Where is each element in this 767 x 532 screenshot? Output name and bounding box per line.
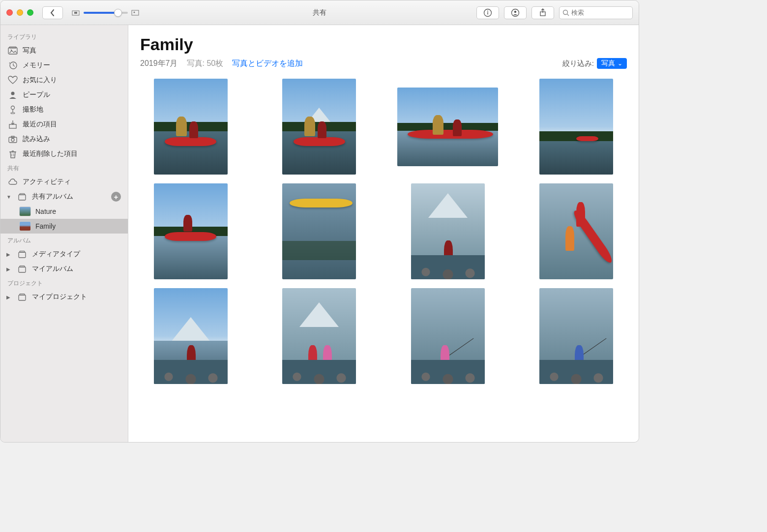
slider-track[interactable] xyxy=(84,12,128,14)
sidebar-item-media-types[interactable]: ▶ メディアタイプ xyxy=(0,247,128,262)
svg-rect-35 xyxy=(20,294,25,296)
back-button[interactable] xyxy=(42,6,63,19)
sidebar-header-albums: アルバム xyxy=(0,234,128,247)
slider-thumb[interactable] xyxy=(114,9,122,17)
photo-grid xyxy=(140,79,627,384)
svg-rect-21 xyxy=(9,137,17,143)
photo-thumbnail[interactable] xyxy=(154,79,228,175)
sidebar-item-label: 最近の項目 xyxy=(23,120,57,129)
sidebar-item-label: 共有アルバム xyxy=(32,192,73,201)
disclosure-triangle-icon[interactable]: ▶ xyxy=(6,252,11,257)
svg-line-11 xyxy=(567,14,569,16)
sidebar-header-projects: プロジェクト xyxy=(0,276,128,290)
photo-thumbnail[interactable] xyxy=(539,288,613,384)
sidebar-item-memories[interactable]: メモリー xyxy=(0,58,128,73)
clock-icon xyxy=(7,60,18,70)
sidebar-album-nature[interactable]: Nature xyxy=(0,204,128,219)
photo-thumbnail[interactable] xyxy=(154,183,228,279)
pin-icon xyxy=(7,105,18,115)
filter-label: 絞り込み: xyxy=(562,59,594,68)
photo-thumbnail[interactable] xyxy=(539,79,613,175)
sidebar-item-label: メモリー xyxy=(23,61,50,70)
sidebar-item-activity[interactable]: アクティビティ xyxy=(0,175,128,189)
sidebar-item-photos[interactable]: 写真 xyxy=(0,43,128,58)
album-date: 2019年7月 xyxy=(140,59,178,69)
svg-rect-1 xyxy=(74,12,77,14)
album-stack-icon xyxy=(17,192,28,202)
sidebar-item-people[interactable]: ピープル xyxy=(0,88,128,102)
window-title: 共有 xyxy=(313,8,326,17)
share-button[interactable] xyxy=(531,6,554,19)
svg-rect-6 xyxy=(487,12,488,14)
trash-icon xyxy=(7,149,18,159)
add-photos-link[interactable]: 写真とビデオを追加 xyxy=(232,59,303,69)
svg-point-23 xyxy=(11,139,14,142)
photos-icon xyxy=(7,46,18,56)
svg-point-8 xyxy=(514,10,516,12)
sidebar-item-recents[interactable]: 最近の項目 xyxy=(0,117,128,132)
svg-rect-34 xyxy=(19,295,26,300)
svg-point-16 xyxy=(11,92,15,95)
people-button[interactable] xyxy=(504,6,527,19)
svg-rect-31 xyxy=(20,251,25,253)
titlebar: 共有 xyxy=(0,0,639,25)
disclosure-triangle-icon[interactable]: ▶ xyxy=(6,266,11,272)
sidebar-album-family[interactable]: Family xyxy=(0,219,128,234)
search-input[interactable] xyxy=(571,9,629,16)
heart-icon xyxy=(7,75,18,85)
zoom-small-icon xyxy=(72,9,81,16)
photo-thumbnail[interactable] xyxy=(154,288,228,384)
thumbnail-zoom-slider[interactable] xyxy=(72,9,140,16)
photo-thumbnail[interactable] xyxy=(282,288,356,384)
svg-rect-29 xyxy=(20,194,25,195)
add-album-button[interactable]: + xyxy=(111,192,121,202)
album-count: 写真: 50枚 xyxy=(187,59,224,69)
album-thumbnail-icon xyxy=(19,221,31,231)
close-button[interactable] xyxy=(6,9,13,16)
sidebar: ライブラリ 写真 メモリー お気に入り ピープル 撮影地 最近の項目 読み込み xyxy=(0,25,128,442)
sidebar-item-favorites[interactable]: お気に入り xyxy=(0,73,128,88)
album-meta: 2019年7月 写真: 50枚 写真とビデオを追加 絞り込み: 写真 xyxy=(140,58,627,69)
sidebar-item-shared-albums[interactable]: ▼ 共有アルバム + xyxy=(0,189,128,204)
sidebar-item-recently-deleted[interactable]: 最近削除した項目 xyxy=(0,147,128,161)
sidebar-item-imports[interactable]: 読み込み xyxy=(0,132,128,147)
svg-point-10 xyxy=(563,10,568,14)
sidebar-item-label: マイアルバム xyxy=(32,265,73,273)
download-icon xyxy=(7,119,18,129)
svg-point-3 xyxy=(134,11,135,13)
sidebar-item-label: マイプロジェクト xyxy=(32,293,87,301)
minimize-button[interactable] xyxy=(17,9,23,16)
svg-point-19 xyxy=(11,113,15,114)
photo-thumbnail[interactable] xyxy=(282,79,356,175)
svg-point-5 xyxy=(487,10,488,11)
photo-thumbnail[interactable] xyxy=(397,88,498,166)
window-controls xyxy=(6,9,33,16)
sidebar-item-label: ピープル xyxy=(23,90,50,99)
search-field[interactable] xyxy=(559,6,633,19)
zoom-button[interactable] xyxy=(27,9,33,16)
disclosure-triangle-icon[interactable]: ▼ xyxy=(6,194,11,200)
zoom-large-icon xyxy=(131,9,140,16)
sidebar-item-my-projects[interactable]: ▶ マイプロジェクト xyxy=(0,290,128,304)
album-stack-icon xyxy=(17,249,28,259)
photo-thumbnail[interactable] xyxy=(411,183,485,279)
sidebar-item-label: Nature xyxy=(35,207,56,215)
svg-rect-2 xyxy=(132,10,139,15)
sidebar-item-label: メディアタイプ xyxy=(32,250,80,259)
photo-thumbnail[interactable] xyxy=(539,183,613,279)
svg-rect-32 xyxy=(19,267,26,272)
sidebar-item-my-albums[interactable]: ▶ マイアルバム xyxy=(0,262,128,276)
sidebar-item-places[interactable]: 撮影地 xyxy=(0,102,128,117)
svg-rect-20 xyxy=(9,124,16,128)
filter-dropdown[interactable]: 写真 xyxy=(597,58,627,69)
svg-rect-28 xyxy=(19,195,26,200)
photo-thumbnail[interactable] xyxy=(282,183,356,279)
svg-rect-33 xyxy=(20,266,25,267)
disclosure-triangle-icon[interactable]: ▶ xyxy=(6,295,11,300)
svg-rect-30 xyxy=(19,252,26,258)
photo-thumbnail[interactable] xyxy=(411,288,485,384)
info-button[interactable] xyxy=(476,6,499,19)
sidebar-item-label: Family xyxy=(35,222,56,230)
person-icon xyxy=(7,90,18,100)
album-title: Family xyxy=(140,35,627,54)
